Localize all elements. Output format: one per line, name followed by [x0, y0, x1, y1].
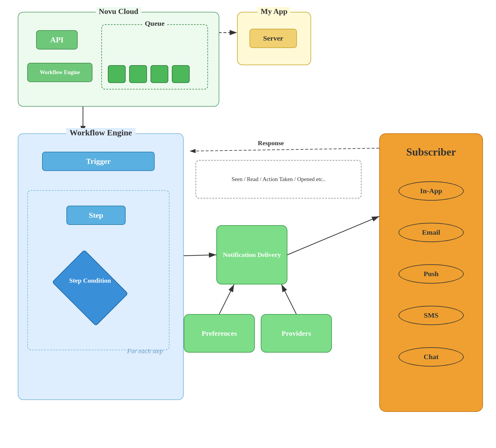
api-box: API [36, 30, 78, 49]
trigger-box: Trigger [42, 152, 155, 171]
myapp-box: My App Server [237, 12, 311, 65]
workflow-engine-big-label: Workflow Engine [66, 128, 136, 137]
subscriber-item-label-sms: SMS [424, 311, 438, 319]
api-label: API [50, 36, 64, 44]
workflow-engine-big-box: Workflow Engine Trigger For each step St… [18, 133, 184, 400]
subscriber-item-inapp: In-App [399, 181, 464, 201]
for-each-step-box: For each step Step Step Condition [27, 190, 169, 350]
subscriber-item-push: Push [399, 264, 464, 284]
queue-item-2 [129, 65, 147, 83]
queue-item-4 [172, 65, 190, 83]
step-box: Step [66, 206, 126, 225]
workflow-engine-top-label: Workflow Engine [40, 69, 80, 76]
step-label: Step [89, 211, 103, 220]
workflow-engine-top-box: Workflow Engine [27, 63, 92, 82]
diagram-container: Server (dashed double-headed) --> POST f… [0, 0, 496, 448]
server-label: Server [263, 34, 283, 42]
providers-label: Providers [281, 329, 311, 337]
server-box: Server [249, 29, 297, 48]
svg-line-14 [219, 284, 234, 314]
subscriber-item-email: Email [399, 223, 464, 242]
novu-cloud-box: Novu Cloud API Workflow Engine Queue [18, 12, 219, 107]
subscriber-item-label-chat: Chat [424, 353, 439, 361]
myapp-label: My App [258, 7, 290, 16]
queue-item-1 [108, 65, 126, 83]
subscriber-label: Subscriber [406, 146, 456, 158]
subscriber-item-label-inapp: In-App [420, 187, 442, 195]
subscriber-box: Subscriber In-App Email Push SMS Chat [379, 133, 483, 412]
notification-delivery-label: Notification Delivery [223, 251, 281, 259]
svg-line-15 [281, 284, 296, 314]
response-detail: Seen / Read / Action Taken / Opened etc.… [231, 176, 325, 183]
queue-label: Queue [143, 20, 167, 28]
trigger-label: Trigger [86, 157, 111, 166]
notification-delivery-box: Notification Delivery [216, 225, 287, 284]
novu-cloud-label: Novu Cloud [96, 7, 141, 16]
response-box: Seen / Read / Action Taken / Opened etc.… [196, 160, 361, 199]
step-condition-diamond [52, 249, 128, 326]
subscriber-item-chat: Chat [399, 347, 464, 367]
queue-outer-box: Queue [101, 24, 208, 89]
subscriber-item-label-push: Push [424, 270, 439, 278]
preferences-label: Preferences [201, 329, 237, 337]
subscriber-item-label-email: Email [422, 228, 440, 236]
preferences-box: Preferences [184, 314, 255, 353]
queue-item-3 [151, 65, 168, 83]
svg-line-12 [190, 148, 379, 151]
svg-line-11 [287, 216, 379, 255]
svg-text:Response: Response [258, 139, 284, 147]
subscriber-item-sms: SMS [399, 306, 464, 325]
queue-items [108, 65, 190, 83]
for-each-step-label: For each step [127, 347, 163, 355]
providers-box: Providers [261, 314, 332, 353]
